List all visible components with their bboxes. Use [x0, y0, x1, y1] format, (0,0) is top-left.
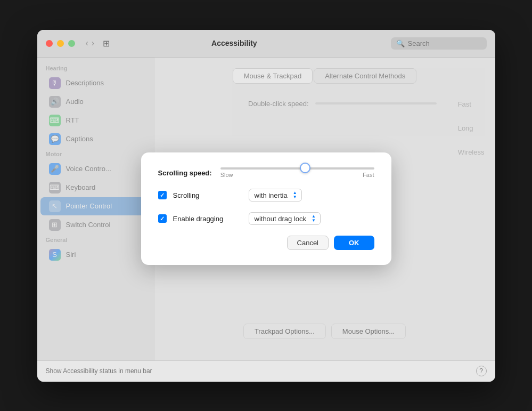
dialog-speed-row: Scrolling speed: Slow Fast — [158, 167, 374, 178]
nav-arrows: ‹ › — [86, 38, 95, 48]
dragging-select-value: without drag lock — [255, 215, 307, 223]
scrolling-speed-label: Scrolling speed: — [158, 169, 212, 177]
close-button[interactable] — [46, 40, 53, 47]
scrolling-select-value: with inertia — [255, 191, 288, 199]
dialog-actions: Cancel OK — [158, 236, 374, 250]
main-area: Hearing 🎙 Descriptions 🔊 Audio ⌨ RTT 💬 C… — [37, 58, 495, 360]
minimize-button[interactable] — [57, 40, 64, 47]
enable-dragging-checkbox[interactable] — [158, 214, 167, 223]
enable-dragging-label: Enable dragging — [173, 215, 242, 223]
chevron-down-icon: ▼ — [293, 195, 297, 199]
scrolling-checkbox-row: Scrolling with inertia ▲ ▼ — [158, 189, 374, 202]
search-icon: 🔍 — [396, 39, 405, 47]
fast-label: Fast — [363, 172, 374, 178]
speed-slider-thumb[interactable] — [300, 163, 310, 173]
scrolling-select-arrows: ▲ ▼ — [293, 191, 297, 199]
search-box[interactable]: 🔍 — [391, 37, 487, 50]
enable-dragging-checkbox-row: Enable dragging without drag lock ▲ ▼ — [158, 212, 374, 225]
main-window: ‹ › ⊞ Accessibility 🔍 Hearing 🎙 Descript… — [37, 30, 495, 382]
chevron-down-icon: ▼ — [312, 219, 316, 223]
status-text: Show Accessibility status in menu bar — [46, 367, 152, 375]
modal-overlay: Scrolling speed: Slow Fast Scrolli — [37, 58, 495, 360]
speed-slider-container: Slow Fast — [220, 167, 374, 178]
ok-button[interactable]: OK — [334, 236, 374, 250]
back-button[interactable]: ‹ — [86, 38, 88, 48]
forward-button[interactable]: › — [92, 38, 94, 48]
titlebar: ‹ › ⊞ Accessibility 🔍 — [37, 30, 495, 58]
help-button[interactable]: ? — [476, 366, 487, 376]
dragging-select-arrows: ▲ ▼ — [312, 214, 316, 223]
maximize-button[interactable] — [68, 40, 75, 47]
window-title: Accessibility — [78, 39, 390, 47]
speed-slider-labels: Slow Fast — [220, 172, 374, 178]
cancel-button[interactable]: Cancel — [287, 236, 329, 250]
traffic-lights — [46, 40, 75, 47]
dragging-select[interactable]: without drag lock ▲ ▼ — [249, 212, 321, 225]
speed-slider-track[interactable] — [220, 167, 374, 170]
scrolling-select[interactable]: with inertia ▲ ▼ — [249, 189, 302, 202]
scrolling-checkbox[interactable] — [158, 191, 167, 199]
dialog: Scrolling speed: Slow Fast Scrolli — [141, 152, 391, 265]
search-input[interactable] — [408, 39, 481, 47]
scrolling-label: Scrolling — [173, 191, 242, 199]
status-bar: Show Accessibility status in menu bar ? — [37, 360, 495, 382]
slow-label: Slow — [220, 172, 233, 178]
